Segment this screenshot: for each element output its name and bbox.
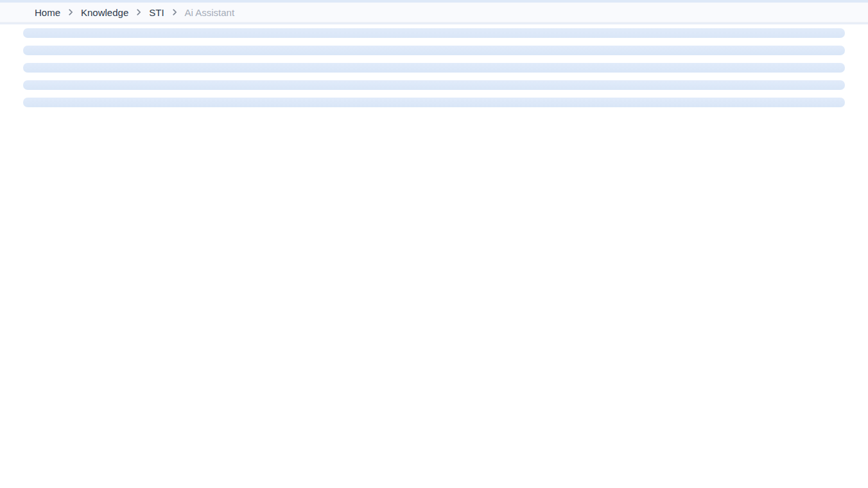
breadcrumb-item-ai-assistant: Ai Assistant [185, 8, 235, 17]
breadcrumb-item-sti[interactable]: STI [149, 8, 164, 17]
breadcrumb: HomeKnowledgeSTIAi Assistant [35, 8, 234, 17]
skeleton-loader [23, 28, 845, 107]
skeleton-bar [23, 80, 845, 90]
skeleton-bar [23, 46, 845, 55]
chevron-right-icon [134, 8, 143, 17]
breadcrumb-item-knowledge[interactable]: Knowledge [81, 8, 128, 17]
skeleton-bar [23, 28, 845, 38]
skeleton-bar [23, 98, 845, 107]
breadcrumb-item-home[interactable]: Home [35, 8, 60, 17]
chevron-right-icon [170, 8, 179, 17]
main-content [0, 24, 868, 107]
breadcrumb-bar: HomeKnowledgeSTIAi Assistant [0, 3, 868, 22]
app-root: HomeKnowledgeSTIAi Assistant [0, 0, 868, 107]
chevron-right-icon [66, 8, 75, 17]
skeleton-bar [23, 63, 845, 73]
